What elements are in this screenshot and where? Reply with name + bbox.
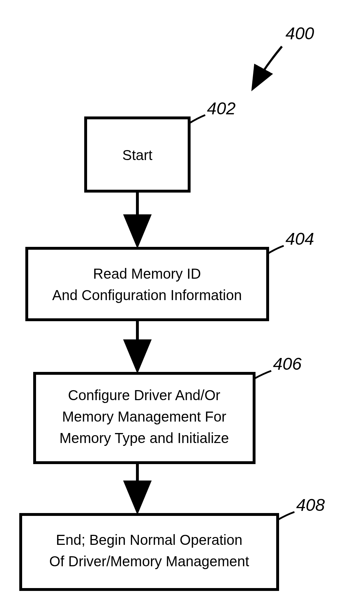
diagram-title-label: 400 [253, 24, 314, 88]
label-402: 402 [207, 99, 236, 118]
flowchart-diagram: 400 Start 402 Read Memory ID And Configu… [0, 0, 364, 612]
config-line3: Memory Type and Initialize [59, 430, 229, 446]
leader-404 [268, 246, 284, 254]
read-line1: Read Memory ID [93, 266, 201, 282]
node-read: Read Memory ID And Configuration Informa… [27, 229, 314, 320]
end-line2: Of Driver/Memory Management [49, 553, 249, 569]
config-line1: Configure Driver And/Or [68, 387, 221, 403]
label-408: 408 [296, 496, 325, 514]
svg-rect-3 [21, 514, 278, 589]
node-end: End; Begin Normal Operation Of Driver/Me… [21, 496, 325, 589]
read-line2: And Configuration Information [52, 287, 242, 303]
leader-402 [189, 115, 205, 123]
end-line1: End; Begin Normal Operation [56, 532, 243, 548]
start-text: Start [122, 147, 152, 163]
pointer-arrow [253, 46, 282, 88]
label-404: 404 [285, 229, 314, 248]
label-406: 406 [273, 354, 302, 373]
leader-406 [254, 371, 271, 379]
label-400: 400 [285, 24, 314, 43]
svg-rect-1 [27, 248, 268, 320]
config-line2: Memory Management For [62, 409, 226, 424]
node-config: Configure Driver And/Or Memory Managemen… [35, 354, 302, 463]
node-start: Start 402 [86, 99, 236, 191]
leader-408 [278, 512, 294, 520]
